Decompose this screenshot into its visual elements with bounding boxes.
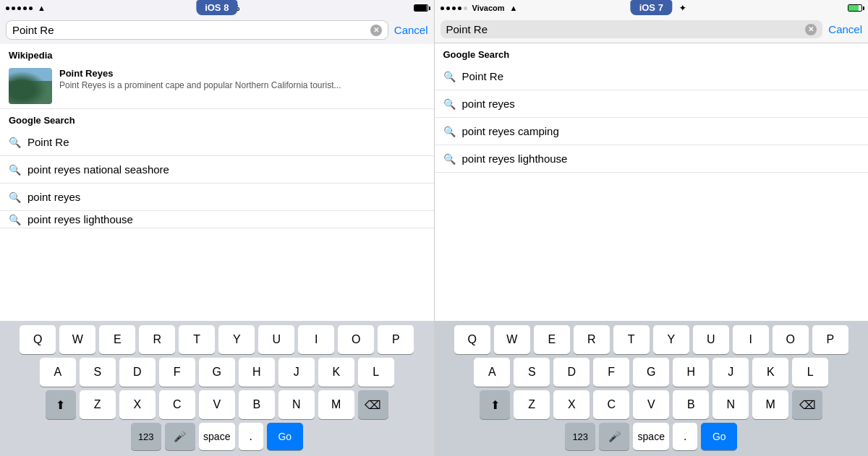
ios8-search-input-wrap[interactable]: Point Re ✕ <box>6 20 388 40</box>
ios8-key-n[interactable]: N <box>278 390 315 419</box>
ios8-key-a[interactable]: A <box>40 358 76 387</box>
ios7-cancel-button[interactable]: Cancel <box>828 23 862 35</box>
ios7-key-k[interactable]: K <box>752 358 788 387</box>
ios7-key-h[interactable]: H <box>673 358 709 387</box>
ios8-key-c[interactable]: C <box>159 390 195 419</box>
ios8-key-g[interactable]: G <box>199 358 235 387</box>
ios8-key-e[interactable]: E <box>99 325 135 354</box>
ios8-key-m[interactable]: M <box>318 390 354 419</box>
ios7-key-g[interactable]: G <box>633 358 669 387</box>
ios8-suggestion-2[interactable]: 🔍 point reyes national seashore <box>0 156 434 184</box>
ios8-key-r[interactable]: R <box>139 325 175 354</box>
ios8-key-mic[interactable]: 🎤 <box>165 423 195 450</box>
ios8-key-s[interactable]: S <box>80 358 116 387</box>
ios8-key-backspace[interactable]: ⌫ <box>358 390 388 419</box>
ios7-key-go[interactable]: Go <box>701 423 737 450</box>
ios7-key-period[interactable]: . <box>673 423 697 450</box>
ios7-key-s[interactable]: S <box>514 358 550 387</box>
ios8-suggestion-text-3: point reyes <box>27 191 80 203</box>
ios8-suggestion-text-1: Point Re <box>27 136 69 148</box>
ios8-panel: iOS 8 ▲ 100% Point Re ✕ Cancel Wikipedia <box>0 0 434 456</box>
ios8-key-z[interactable]: Z <box>80 390 116 419</box>
ios7-key-mic[interactable]: 🎤 <box>599 423 629 450</box>
ios7-search-icon-4: 🔍 <box>443 153 455 165</box>
ios7-suggestion-2[interactable]: 🔍 point reyes <box>435 90 869 118</box>
ios7-key-x[interactable]: X <box>553 390 590 419</box>
ios7-bluetooth-icon: ✦ <box>679 4 686 13</box>
signal-dot-2 <box>12 7 15 10</box>
ios8-key-k[interactable]: K <box>318 358 354 387</box>
ios8-key-j[interactable]: J <box>278 358 315 387</box>
ios7-key-numbers[interactable]: 123 <box>565 423 595 450</box>
ios8-key-l[interactable]: L <box>358 358 394 387</box>
ios7-key-space[interactable]: space <box>633 423 669 450</box>
ios7-key-shift[interactable]: ⬆ <box>480 390 510 419</box>
ios8-key-b[interactable]: B <box>239 390 275 419</box>
ios8-key-o[interactable]: O <box>338 325 374 354</box>
ios8-keyboard: Q W E R T Y U I O P A S D F G H J K L ⬆ … <box>0 321 434 456</box>
ios8-key-w[interactable]: W <box>59 325 95 354</box>
ios8-google-header: Google Search <box>0 109 434 129</box>
ios8-key-u[interactable]: U <box>258 325 294 354</box>
ios7-suggestion-text-3: point reyes camping <box>462 125 559 137</box>
ios7-suggestion-1[interactable]: 🔍 Point Re <box>435 63 869 90</box>
ios8-key-p[interactable]: P <box>378 325 414 354</box>
ios8-key-go[interactable]: Go <box>267 423 303 450</box>
ios8-key-numbers[interactable]: 123 <box>131 423 161 450</box>
ios7-signal-dot-2 <box>446 7 450 10</box>
ios7-keyboard: Q W E R T Y U I O P A S D F G H J K L ⬆ … <box>435 321 869 456</box>
ios8-key-space[interactable]: space <box>199 423 235 450</box>
ios7-clear-button[interactable]: ✕ <box>805 24 817 35</box>
ios8-signal: ▲ <box>6 4 46 12</box>
ios8-suggestion-3[interactable]: 🔍 point reyes <box>0 184 434 211</box>
ios8-search-icon-4: 🔍 <box>9 214 20 225</box>
ios7-suggestion-3[interactable]: 🔍 point reyes camping <box>435 118 869 145</box>
ios8-key-x[interactable]: X <box>119 390 156 419</box>
ios7-key-backspace[interactable]: ⌫ <box>792 390 822 419</box>
ios7-key-n[interactable]: N <box>712 390 749 419</box>
ios7-key-e[interactable]: E <box>534 325 570 354</box>
ios8-key-d[interactable]: D <box>119 358 156 387</box>
ios8-battery-fill <box>414 5 427 11</box>
ios8-suggestion-1[interactable]: 🔍 Point Re <box>0 129 434 156</box>
ios8-key-period[interactable]: . <box>239 423 263 450</box>
ios7-key-u[interactable]: U <box>693 325 729 354</box>
ios7-battery-fill <box>848 5 859 11</box>
ios7-key-p[interactable]: P <box>812 325 848 354</box>
ios7-key-w[interactable]: W <box>494 325 530 354</box>
ios7-key-d[interactable]: D <box>553 358 590 387</box>
ios7-key-t[interactable]: T <box>613 325 650 354</box>
ios7-key-l[interactable]: L <box>792 358 828 387</box>
ios8-clear-button[interactable]: ✕ <box>370 25 382 36</box>
ios7-key-a[interactable]: A <box>474 358 510 387</box>
ios7-key-row-2: A S D F G H J K L <box>437 358 867 387</box>
ios7-key-q[interactable]: Q <box>454 325 490 354</box>
ios7-key-r[interactable]: R <box>574 325 610 354</box>
ios7-key-z[interactable]: Z <box>514 390 550 419</box>
ios8-cancel-button[interactable]: Cancel <box>394 24 428 36</box>
ios8-key-i[interactable]: I <box>298 325 334 354</box>
ios8-key-y[interactable]: Y <box>218 325 255 354</box>
ios7-key-b[interactable]: B <box>673 390 709 419</box>
ios7-suggestion-4[interactable]: 🔍 point reyes lighthouse <box>435 145 869 173</box>
ios8-key-q[interactable]: Q <box>20 325 56 354</box>
ios7-key-v[interactable]: V <box>633 390 669 419</box>
ios8-key-t[interactable]: T <box>179 325 215 354</box>
ios7-key-y[interactable]: Y <box>653 325 689 354</box>
ios8-key-shift[interactable]: ⬆ <box>46 390 76 419</box>
ios7-key-m[interactable]: M <box>752 390 788 419</box>
ios7-key-j[interactable]: J <box>712 358 749 387</box>
ios8-wiki-result[interactable]: Point Reyes Point Reyes is a prominent c… <box>0 64 434 109</box>
ios8-key-f[interactable]: F <box>159 358 195 387</box>
ios7-google-header: Google Search <box>435 43 869 63</box>
ios8-battery-icon <box>414 4 428 12</box>
ios8-suggestion-4[interactable]: 🔍 point reyes lighthouse <box>0 211 434 228</box>
ios7-search-input-wrap[interactable]: Point Re ✕ <box>441 20 823 38</box>
ios7-key-row-3: ⬆ Z X C V B N M ⌫ <box>437 390 867 419</box>
ios7-key-c[interactable]: C <box>593 390 629 419</box>
ios8-key-v[interactable]: V <box>199 390 235 419</box>
ios7-key-f[interactable]: F <box>593 358 629 387</box>
ios8-key-h[interactable]: H <box>239 358 275 387</box>
ios7-key-i[interactable]: I <box>733 325 769 354</box>
ios7-key-o[interactable]: O <box>773 325 809 354</box>
